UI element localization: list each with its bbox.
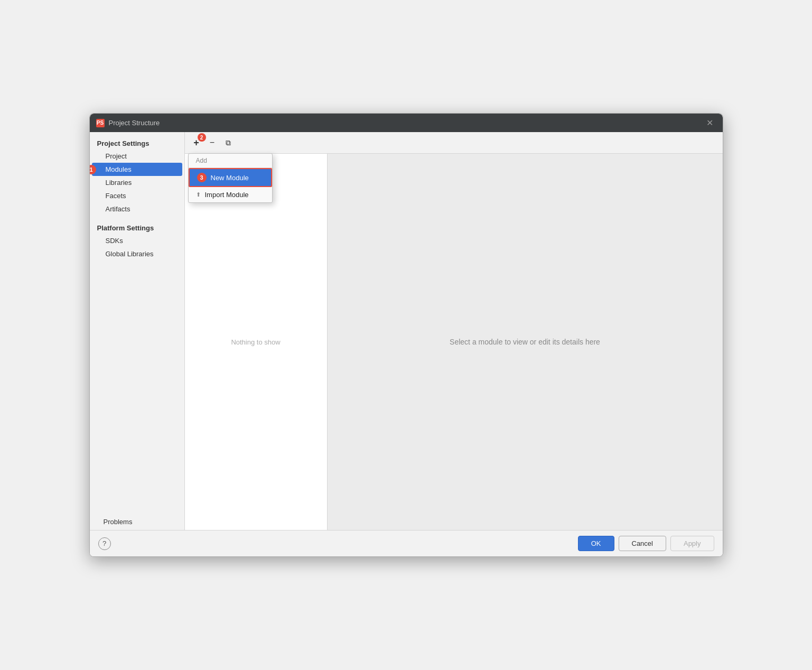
- hint-text: Select a module to view or edit its deta…: [450, 338, 600, 346]
- nothing-to-show-text: Nothing to show: [231, 338, 280, 346]
- module-detail-panel: Select a module to view or edit its deta…: [328, 154, 723, 530]
- new-module-label: New Module: [211, 174, 249, 182]
- main-area: + 2 − ⧉ Add 3 New Module ⬆: [185, 132, 723, 530]
- sidebar-item-global-libraries[interactable]: Global Libraries: [92, 247, 182, 260]
- modules-list-panel: Nothing to show: [185, 154, 328, 530]
- cancel-button[interactable]: Cancel: [619, 536, 666, 551]
- sidebar-item-facets[interactable]: Facets: [92, 189, 182, 202]
- copy-icon: ⧉: [226, 138, 231, 147]
- dialog-content: Project Settings Project 1 Modules Libra…: [90, 132, 723, 530]
- toolbar: + 2 − ⧉ Add 3 New Module ⬆: [185, 132, 723, 154]
- bottom-right-actions: OK Cancel Apply: [578, 536, 714, 551]
- title-bar: PS Project Structure ✕: [90, 114, 723, 132]
- bottom-left-actions: ?: [98, 537, 111, 550]
- sidebar-item-problems[interactable]: Problems: [90, 514, 184, 530]
- platform-settings-section: Platform Settings: [90, 221, 184, 234]
- dialog-title: Project Structure: [109, 119, 703, 127]
- step-1-badge: 1: [90, 165, 96, 174]
- step-2-badge: 2: [198, 133, 206, 142]
- copy-button[interactable]: ⧉: [221, 135, 236, 150]
- remove-button[interactable]: −: [205, 135, 220, 150]
- project-settings-section: Project Settings: [90, 136, 184, 150]
- help-button[interactable]: ?: [98, 537, 111, 550]
- add-dropdown-menu: Add 3 New Module ⬆ Import Module: [188, 153, 273, 203]
- dropdown-header: Add: [189, 154, 272, 168]
- import-module-icon: ⬆: [196, 191, 201, 198]
- sidebar-item-artifacts[interactable]: Artifacts: [92, 202, 182, 216]
- sidebar-item-sdks[interactable]: SDKs: [92, 234, 182, 247]
- add-button[interactable]: + 2: [189, 135, 204, 150]
- dropdown-item-new-module[interactable]: 3 New Module: [189, 168, 272, 187]
- apply-button[interactable]: Apply: [670, 536, 714, 551]
- sidebar-item-libraries[interactable]: Libraries: [92, 176, 182, 189]
- close-button[interactable]: ✕: [703, 117, 716, 129]
- bottom-bar: ? OK Cancel Apply: [90, 530, 723, 556]
- step-3-badge: 3: [197, 173, 207, 182]
- project-structure-dialog: PS Project Structure ✕ Project Settings …: [89, 113, 723, 557]
- sidebar-item-project[interactable]: Project: [92, 150, 182, 163]
- import-module-label: Import Module: [205, 191, 249, 199]
- ok-button[interactable]: OK: [578, 536, 614, 551]
- split-panel: Nothing to show Select a module to view …: [185, 154, 723, 530]
- sidebar-item-modules[interactable]: 1 Modules: [92, 163, 182, 176]
- dropdown-item-import-module[interactable]: ⬆ Import Module: [189, 187, 272, 202]
- remove-icon: −: [210, 138, 214, 147]
- sidebar: Project Settings Project 1 Modules Libra…: [90, 132, 185, 530]
- app-icon: PS: [96, 119, 105, 127]
